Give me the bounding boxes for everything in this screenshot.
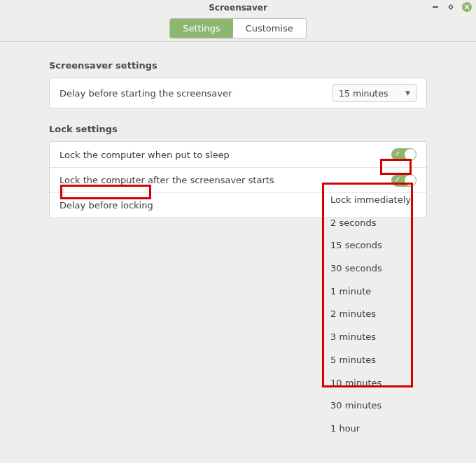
titlebar: Screensaver xyxy=(0,0,476,15)
delay-option[interactable]: 30 seconds xyxy=(323,257,412,280)
delay-option[interactable]: 10 minutes xyxy=(323,372,412,395)
screensaver-section-heading: Screensaver settings xyxy=(49,60,427,71)
minimize-icon[interactable] xyxy=(431,3,440,11)
tab-settings[interactable]: Settings xyxy=(170,19,232,38)
lock-section-heading: Lock settings xyxy=(49,124,427,134)
maximize-icon[interactable] xyxy=(447,3,455,11)
delay-option[interactable]: 30 minutes xyxy=(323,394,412,418)
screensaver-delay-row: Delay before starting the screensaver 15… xyxy=(50,78,426,108)
lock-sleep-label: Lock the computer when put to sleep xyxy=(59,150,230,160)
tab-group: Settings Customise xyxy=(169,18,307,38)
screensaver-panel: Delay before starting the screensaver 15… xyxy=(49,78,427,108)
lock-sleep-toggle[interactable]: ✓ xyxy=(391,148,416,161)
delay-option[interactable]: 1 minute xyxy=(323,280,412,304)
tabbar: Settings Customise xyxy=(0,15,476,42)
chevron-down-icon: ▼ xyxy=(405,90,410,97)
window-title: Screensaver xyxy=(209,3,267,13)
delay-option[interactable]: 5 minutes xyxy=(323,349,412,372)
tab-customise[interactable]: Customise xyxy=(233,19,306,38)
screensaver-delay-dropdown[interactable]: 15 minutes ▼ xyxy=(332,84,416,102)
window-controls xyxy=(431,2,472,12)
toggle-knob xyxy=(405,149,416,160)
delay-option[interactable]: 1 hour xyxy=(323,418,412,441)
delay-option[interactable]: 2 seconds xyxy=(323,212,412,235)
delay-option[interactable]: 15 seconds xyxy=(323,234,412,257)
delay-option[interactable]: 3 minutes xyxy=(323,326,412,349)
delay-before-locking-menu[interactable]: Lock immediately 2 seconds 15 seconds 30… xyxy=(323,185,412,445)
lock-after-ss-label: Lock the computer after the screensaver … xyxy=(59,175,274,185)
lock-sleep-row: Lock the computer when put to sleep ✓ xyxy=(50,142,426,167)
delay-before-locking-label: Delay before locking xyxy=(59,200,153,211)
check-icon: ✓ xyxy=(395,150,400,157)
screensaver-delay-label: Delay before starting the screensaver xyxy=(59,88,232,99)
delay-option[interactable]: 2 minutes xyxy=(323,303,412,326)
check-icon: ✓ xyxy=(395,176,400,183)
delay-option[interactable]: Lock immediately xyxy=(323,189,412,212)
close-icon[interactable] xyxy=(462,2,472,12)
screensaver-delay-value: 15 minutes xyxy=(339,88,388,99)
